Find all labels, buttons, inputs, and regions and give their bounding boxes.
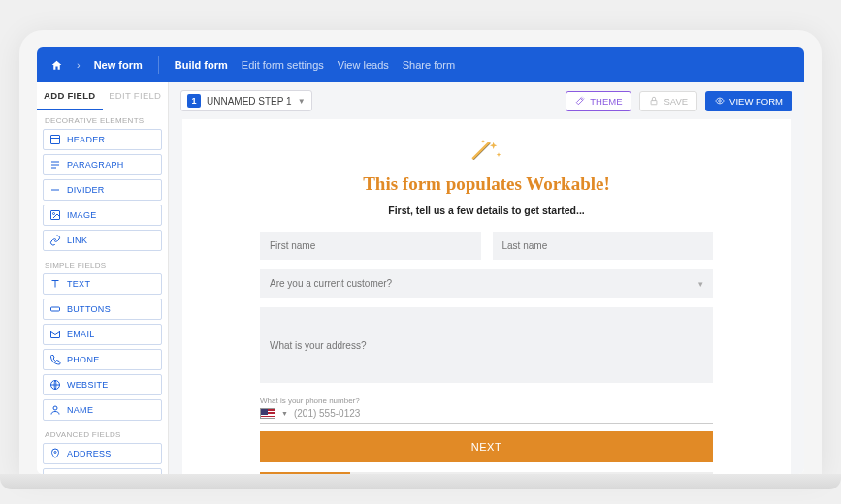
wand-icon [575, 96, 585, 106]
svg-rect-0 [51, 136, 60, 144]
save-button: SAVE [639, 91, 697, 111]
email-icon [49, 329, 61, 340]
top-navbar: › New form Build form Edit form settings… [37, 47, 804, 82]
field-buttons[interactable]: BUTTONS [43, 299, 162, 320]
phone-field: What is your phone number? ▼ (201) 555-0… [260, 396, 713, 424]
svg-point-7 [53, 213, 55, 215]
form-preview: This form populates Workable! First, tel… [182, 119, 791, 474]
lock-icon [649, 96, 659, 106]
step-selector[interactable]: 1 UNNAMED STEP 1 ▼ [180, 90, 312, 111]
view-form-button[interactable]: VIEW FORM [705, 91, 792, 111]
name-icon [49, 404, 61, 416]
address-icon [49, 448, 61, 459]
nav-share-form[interactable]: Share form [403, 59, 455, 71]
chevron-right-icon: › [77, 59, 81, 71]
website-icon [49, 379, 61, 391]
caret-down-icon[interactable]: ▼ [281, 410, 288, 417]
eye-icon [715, 96, 725, 106]
caret-down-icon: ▼ [298, 97, 306, 106]
sidebar-tabs: ADD FIELD EDIT FIELD [37, 82, 168, 110]
laptop-frame: › New form Build form Edit form settings… [19, 30, 822, 474]
canvas: 1 UNNAMED STEP 1 ▼ THEME SAVE VIEW FORM [169, 82, 804, 474]
svg-point-15 [719, 100, 722, 103]
magic-wand-icon [468, 137, 506, 166]
paragraph-icon [49, 159, 61, 171]
field-email[interactable]: EMAIL [43, 324, 162, 345]
nav-view-leads[interactable]: View leads [338, 59, 389, 71]
form-subtitle: First, tell us a few details to get star… [388, 205, 584, 216]
field-checkboxes[interactable]: CHECKBOXES [43, 468, 162, 474]
divider-icon [49, 184, 61, 196]
next-button[interactable]: NEXT [260, 431, 713, 462]
section-advanced: ADVANCED FIELDS [37, 425, 168, 443]
tab-add-field[interactable]: ADD FIELD [37, 82, 103, 110]
phone-label: What is your phone number? [260, 396, 713, 405]
phone-input[interactable]: (201) 555-0123 [294, 408, 713, 419]
field-divider[interactable]: DIVIDER [43, 179, 162, 201]
tab-edit-field[interactable]: EDIT FIELD [103, 82, 169, 110]
nav-build-form[interactable]: Build form [175, 59, 228, 71]
field-text[interactable]: TEXT [43, 273, 162, 295]
home-icon[interactable] [50, 59, 63, 72]
progress-bar [260, 472, 713, 474]
step-number-badge: 1 [187, 94, 201, 108]
field-link[interactable]: LINK [43, 230, 162, 251]
text-icon [49, 278, 61, 290]
field-paragraph[interactable]: PARAGRAPH [43, 154, 162, 175]
buttons-icon [49, 303, 61, 315]
navbar-divider [158, 56, 159, 74]
field-image[interactable]: IMAGE [43, 205, 162, 226]
checkboxes-icon [49, 473, 61, 474]
field-address[interactable]: ADDRESS [43, 443, 162, 464]
theme-button[interactable]: THEME [566, 91, 631, 111]
field-website[interactable]: WEBSITE [43, 374, 162, 395]
nav-edit-settings[interactable]: Edit form settings [242, 59, 324, 71]
us-flag-icon[interactable] [260, 408, 275, 419]
breadcrumb-current: New form [94, 59, 143, 71]
canvas-toolbar: 1 UNNAMED STEP 1 ▼ THEME SAVE VIEW FORM [169, 82, 804, 119]
section-decorative: DECORATIVE ELEMENTS [37, 110, 168, 129]
svg-rect-8 [51, 307, 60, 311]
last-name-input[interactable] [493, 232, 714, 260]
first-name-input[interactable] [260, 232, 481, 260]
app-screen: › New form Build form Edit form settings… [37, 47, 804, 474]
phone-icon [49, 354, 61, 365]
form-title: This form populates Workable! [363, 173, 610, 195]
field-name[interactable]: NAME [43, 399, 162, 421]
svg-rect-14 [652, 101, 658, 105]
field-header[interactable]: HEADER [43, 129, 162, 150]
workspace: ADD FIELD EDIT FIELD DECORATIVE ELEMENTS… [37, 82, 804, 474]
svg-point-11 [53, 406, 57, 410]
section-simple: SIMPLE FIELDS [37, 255, 168, 273]
customer-select[interactable] [260, 269, 713, 298]
address-input[interactable] [260, 307, 713, 383]
image-icon [49, 209, 61, 221]
step-label: UNNAMED STEP 1 [207, 96, 292, 107]
sidebar: ADD FIELD EDIT FIELD DECORATIVE ELEMENTS… [37, 82, 169, 474]
link-icon [49, 235, 61, 246]
svg-point-12 [54, 452, 56, 454]
field-phone[interactable]: PHONE [43, 349, 162, 370]
header-icon [49, 134, 61, 145]
